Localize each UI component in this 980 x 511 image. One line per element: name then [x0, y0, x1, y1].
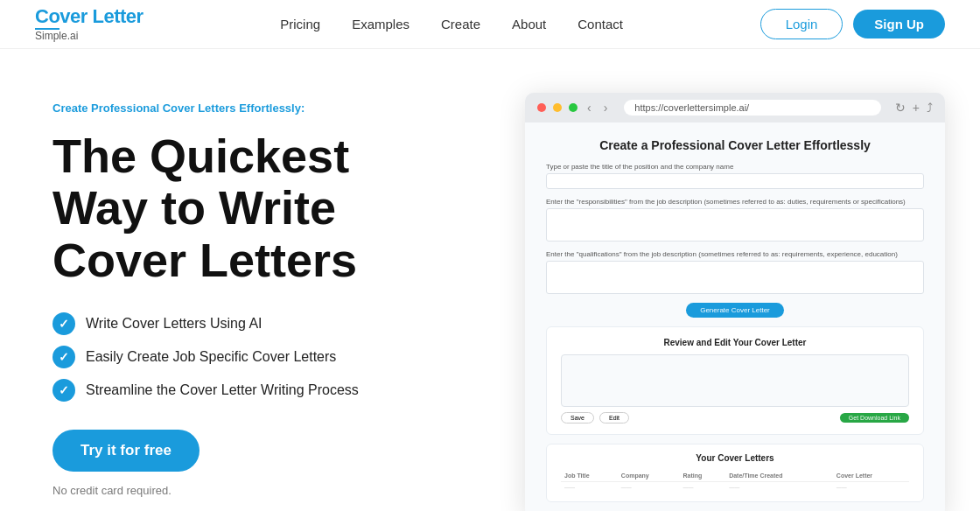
col-cover-letter: Cover Letter	[833, 470, 909, 482]
input-section-3: Enter the "qualifications" from the job …	[546, 250, 924, 294]
col-job-title: Job Title	[561, 470, 618, 482]
nav-link-about[interactable]: About	[512, 17, 546, 32]
hero-title-line2: Way to Write	[52, 181, 336, 234]
cell-date: ——	[725, 482, 833, 494]
hero-features: Write Cover Letters Using AI Easily Crea…	[52, 312, 490, 402]
inner-page-title: Create a Professional Cover Letter Effor…	[546, 138, 924, 152]
input-section-2: Enter the "responsibilities" from the jo…	[546, 198, 924, 242]
browser-bar: ‹ › https://coverlettersimple.ai/ ↻ + ⤴	[525, 93, 945, 122]
check-icon-1	[52, 312, 75, 335]
signup-button[interactable]: Sign Up	[853, 10, 945, 38]
input-field-1[interactable]	[546, 173, 924, 189]
nav-link-contact[interactable]: Contact	[578, 17, 623, 32]
input-label-1: Type or paste the title of the position …	[546, 163, 924, 171]
generate-button[interactable]: Generate Cover Letter	[686, 303, 784, 318]
input-field-3[interactable]	[546, 261, 924, 294]
try-free-button[interactable]: Try it for free	[52, 430, 200, 472]
col-rating: Rating	[679, 470, 725, 482]
browser-url-bar[interactable]: https://coverlettersimple.ai/	[624, 100, 880, 116]
download-button[interactable]: Get Download Link	[840, 413, 909, 423]
browser-action-icons: ↻ + ⤴	[895, 101, 933, 115]
check-icon-3	[52, 379, 75, 402]
feature-item-2: Easily Create Job Specific Cover Letters	[52, 346, 490, 368]
hero-left: Create Professional Cover Letters Effort…	[52, 93, 490, 497]
nav-link-create[interactable]: Create	[441, 17, 480, 32]
review-textarea[interactable]	[561, 354, 909, 407]
hero-title-line3: Cover Letters	[52, 234, 357, 286]
nav-actions: Login Sign Up	[760, 9, 945, 39]
col-date: Date/Time Created	[725, 470, 833, 482]
hero-title: The Quickest Way to Write Cover Letters	[52, 130, 490, 286]
feature-item-3: Streamline the Cover Letter Writing Proc…	[52, 379, 490, 402]
save-button[interactable]: Save	[561, 412, 594, 424]
cl-section-title: Your Cover Letters	[561, 453, 909, 463]
hero-tagline: Create Professional Cover Letters Effort…	[52, 102, 490, 115]
input-section-1: Type or paste the title of the position …	[546, 163, 924, 189]
nav-link-examples[interactable]: Examples	[352, 17, 410, 32]
input-label-3: Enter the "qualifications" from the job …	[546, 250, 924, 258]
browser-mockup: ‹ › https://coverlettersimple.ai/ ↻ + ⤴ …	[525, 93, 945, 511]
feature-text-1: Write Cover Letters Using AI	[86, 316, 262, 332]
feature-text-3: Streamline the Cover Letter Writing Proc…	[86, 382, 359, 398]
cell-company: ——	[618, 482, 680, 494]
input-field-2[interactable]	[546, 208, 924, 242]
review-title: Review and Edit Your Cover Letter	[561, 338, 909, 347]
hero-section: Create Professional Cover Letters Effort…	[0, 49, 980, 511]
hero-right: ‹ › https://coverlettersimple.ai/ ↻ + ⤴ …	[525, 93, 945, 511]
browser-page-content: Create a Professional Cover Letter Effor…	[525, 122, 945, 511]
browser-back-icon[interactable]: ‹	[584, 101, 594, 115]
nav-link-pricing[interactable]: Pricing	[280, 17, 320, 32]
navbar: Cover Letter Simple.ai Pricing Examples …	[0, 0, 980, 49]
check-icon-2	[52, 346, 75, 368]
no-credit-text: No credit card required.	[52, 484, 490, 497]
logo[interactable]: Cover Letter Simple.ai	[35, 7, 144, 41]
login-button[interactable]: Login	[760, 9, 844, 39]
col-company: Company	[618, 470, 680, 482]
feature-text-2: Easily Create Job Specific Cover Letters	[86, 349, 336, 365]
browser-dot-red[interactable]	[537, 103, 546, 112]
logo-name: Cover Letter	[35, 7, 144, 26]
cover-letters-section: Your Cover Letters Job Title Company Rat…	[546, 444, 924, 502]
table-header-row: Job Title Company Rating Date/Time Creat…	[561, 470, 909, 482]
browser-dot-yellow[interactable]	[553, 103, 562, 112]
browser-forward-icon[interactable]: ›	[601, 101, 611, 115]
browser-dot-green[interactable]	[569, 103, 578, 112]
hero-title-line1: The Quickest	[52, 130, 349, 182]
review-buttons: Save Edit Get Download Link	[561, 412, 909, 424]
input-label-2: Enter the "responsibilities" from the jo…	[546, 198, 924, 206]
browser-plus-icon[interactable]: +	[913, 101, 920, 115]
edit-button[interactable]: Edit	[599, 412, 629, 424]
table-row: —— —— —— —— ——	[561, 482, 909, 494]
feature-item-1: Write Cover Letters Using AI	[52, 312, 490, 335]
nav-links: Pricing Examples Create About Contact	[280, 17, 623, 32]
browser-share-icon[interactable]: ⤴	[927, 101, 933, 115]
review-section: Review and Edit Your Cover Letter Save E…	[546, 326, 924, 435]
browser-refresh-icon[interactable]: ↻	[895, 101, 906, 115]
cover-letters-table: Job Title Company Rating Date/Time Creat…	[561, 470, 909, 493]
logo-sub: Simple.ai	[35, 31, 144, 41]
cell-rating: ——	[679, 482, 725, 494]
cell-letter: ——	[833, 482, 909, 494]
cell-job-title: ——	[561, 482, 618, 494]
